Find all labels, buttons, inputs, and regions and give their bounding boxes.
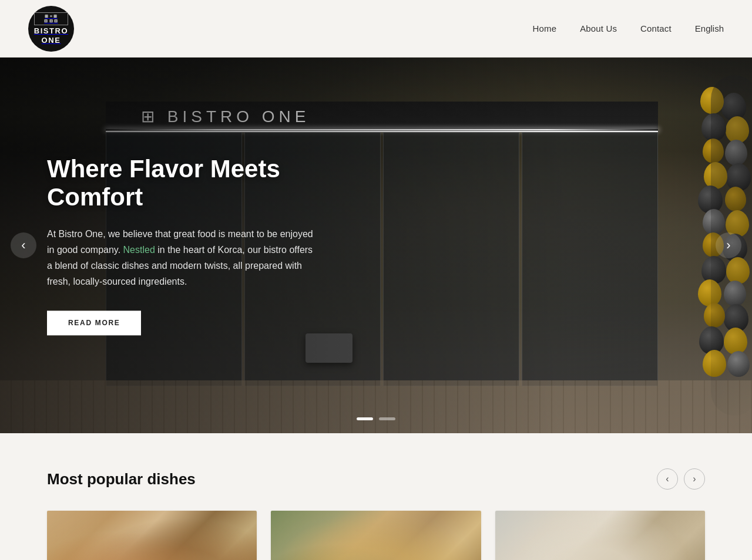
slider-prev-button[interactable]: ‹ [11, 232, 36, 258]
dish-card [495, 511, 705, 560]
nav-about[interactable]: About Us [580, 23, 617, 33]
slider-dots [357, 417, 395, 420]
slider-dot-1[interactable] [357, 417, 373, 420]
hero-description: At Bistro One, we believe that great foo… [47, 226, 317, 290]
main-nav: Home About Us Contact English [533, 23, 724, 33]
hero-slider: ⊞ BISTRO ONE .b1{width:42px;height:48px;… [0, 58, 752, 433]
dishes-next-button[interactable]: › [684, 468, 705, 490]
dishes-grid [47, 511, 705, 560]
section-nav: ‹ › [657, 468, 705, 490]
slider-dot-2[interactable] [379, 417, 395, 420]
nav-contact[interactable]: Contact [640, 23, 672, 33]
slider-next-button[interactable]: › [716, 232, 741, 258]
logo-link[interactable]: ⊞ ≡ ⊞⊟ ⊟ ⊟ BISTRO ONE [28, 6, 74, 52]
hero-title: Where Flavor Meets Comfort [47, 155, 376, 212]
popular-dishes-section: Most popular dishes ‹ › [0, 433, 752, 560]
hero-content: Where Flavor Meets Comfort At Bistro One… [47, 155, 376, 335]
dishes-prev-button[interactable]: ‹ [657, 468, 678, 490]
section-header: Most popular dishes ‹ › [47, 468, 705, 490]
dish-image [495, 511, 705, 560]
site-header: ⊞ ≡ ⊞⊟ ⊟ ⊟ BISTRO ONE Home About Us Cont… [0, 0, 752, 58]
language-selector[interactable]: English [695, 23, 724, 33]
nav-home[interactable]: Home [533, 23, 557, 33]
hero-cta-button[interactable]: READ MORE [47, 311, 141, 336]
dish-card [47, 511, 257, 560]
dish-image [271, 511, 481, 560]
dish-image [47, 511, 257, 560]
section-title: Most popular dishes [47, 470, 196, 488]
logo: ⊞ ≡ ⊞⊟ ⊟ ⊟ BISTRO ONE [28, 6, 74, 52]
dish-card [271, 511, 481, 560]
